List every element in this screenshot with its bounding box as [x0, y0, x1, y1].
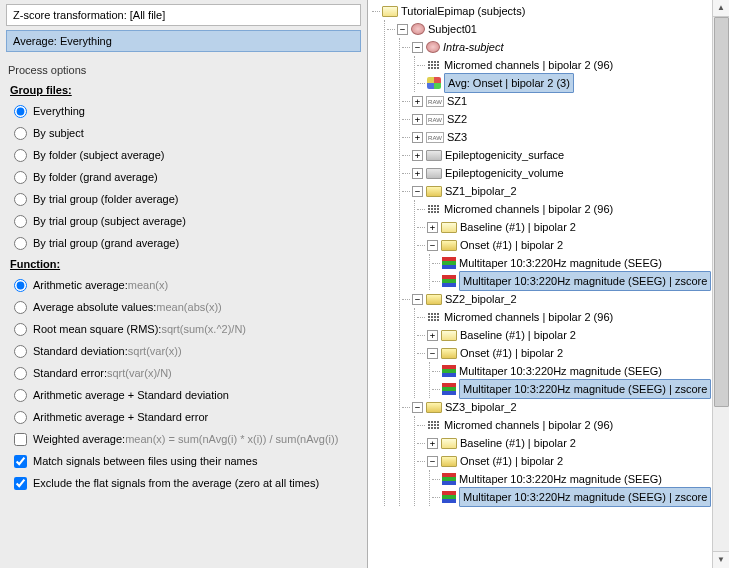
collapse-icon[interactable]: −	[427, 240, 438, 251]
expand-icon[interactable]: +	[412, 168, 423, 179]
left-panel: Z-score transformation: [All file] Avera…	[0, 0, 368, 568]
collapse-icon[interactable]: −	[427, 456, 438, 467]
radio-by-trial-grand-avg[interactable]: By trial group (grand average)	[10, 232, 357, 254]
tree-micromed[interactable]: Micromed channels | bipolar 2 (96)	[417, 416, 729, 434]
options-area: Group files: Everything By subject By fo…	[0, 76, 367, 498]
radio-by-folder-grand-avg-input[interactable]	[14, 171, 27, 184]
expand-icon[interactable]: +	[427, 330, 438, 341]
radio-everything-input[interactable]	[14, 105, 27, 118]
radio-by-subject-input[interactable]	[14, 127, 27, 140]
collapse-icon[interactable]: −	[412, 42, 423, 53]
tree-baseline[interactable]: +Baseline (#1) | bipolar 2	[417, 218, 729, 236]
top-process-list: Z-score transformation: [All file] Avera…	[0, 0, 367, 60]
scroll-up-icon[interactable]: ▲	[713, 0, 729, 17]
tree-onset[interactable]: −Onset (#1) | bipolar 2	[417, 236, 729, 254]
scroll-thumb[interactable]	[714, 17, 729, 407]
expand-icon[interactable]: +	[427, 222, 438, 233]
expand-icon[interactable]: +	[412, 114, 423, 125]
tree-panel: TutorialEpimap (subjects) −Subject01 −In…	[368, 0, 729, 568]
channels-icon	[427, 60, 441, 71]
radio-everything[interactable]: Everything	[10, 100, 357, 122]
radio-mean-std-input[interactable]	[14, 389, 27, 402]
check-weighted[interactable]: Weighted average: mean(x) = sum(nAvg(i) …	[10, 428, 357, 450]
radio-by-folder-grand-avg[interactable]: By folder (grand average)	[10, 166, 357, 188]
radio-by-trial-subject-avg-input[interactable]	[14, 215, 27, 228]
tree-onset[interactable]: −Onset (#1) | bipolar 2	[417, 344, 729, 362]
radio-by-trial-folder-avg-input[interactable]	[14, 193, 27, 206]
radio-avg-abs[interactable]: Average absolute values: mean(abs(x))	[10, 296, 357, 318]
timefreq-icon	[442, 473, 456, 485]
radio-rms-input[interactable]	[14, 323, 27, 336]
tree-subject[interactable]: −Subject01	[387, 20, 729, 38]
tree-mtmag[interactable]: Multitaper 10:3:220Hz magnitude (SEEG)	[432, 254, 729, 272]
scroll-down-icon[interactable]: ▼	[713, 551, 729, 568]
subjects-tree[interactable]: TutorialEpimap (subjects) −Subject01 −In…	[368, 0, 729, 506]
vertical-scrollbar[interactable]: ▲ ▼	[712, 0, 729, 568]
tree-sz1[interactable]: +RAWSZ1	[402, 92, 729, 110]
check-match-input[interactable]	[14, 455, 27, 468]
collapse-icon[interactable]: −	[427, 348, 438, 359]
raw-icon: RAW	[426, 132, 444, 143]
check-match[interactable]: Match signals between files using their …	[10, 450, 357, 472]
tree-micromed[interactable]: Micromed channels | bipolar 2 (96)	[417, 200, 729, 218]
timefreq-icon	[442, 365, 456, 377]
radio-by-trial-folder-avg[interactable]: By trial group (folder average)	[10, 188, 357, 210]
tree-mtmag[interactable]: Multitaper 10:3:220Hz magnitude (SEEG)	[432, 470, 729, 488]
radio-mean-se[interactable]: Arithmetic average + Standard error	[10, 406, 357, 428]
folder-icon	[441, 222, 457, 233]
radio-mean-se-input[interactable]	[14, 411, 27, 424]
radio-std[interactable]: Standard deviation: sqrt(var(x))	[10, 340, 357, 362]
tree-onset[interactable]: −Onset (#1) | bipolar 2	[417, 452, 729, 470]
tree-sz2b[interactable]: −SZ2_bipolar_2	[402, 290, 729, 308]
check-weighted-input[interactable]	[14, 433, 27, 446]
radio-std-input[interactable]	[14, 345, 27, 358]
collapse-icon[interactable]: −	[412, 402, 423, 413]
tree-baseline[interactable]: +Baseline (#1) | bipolar 2	[417, 326, 729, 344]
tree-sz2[interactable]: +RAWSZ2	[402, 110, 729, 128]
tree-epi-volume[interactable]: +Epileptogenicity_volume	[402, 164, 729, 182]
folder-icon	[441, 330, 457, 341]
radio-mean-std[interactable]: Arithmetic average + Standard deviation	[10, 384, 357, 406]
radio-arith-mean-input[interactable]	[14, 279, 27, 292]
tree-intra[interactable]: −Intra-subject	[402, 38, 729, 56]
process-zscore[interactable]: Z-score transformation: [All file]	[6, 4, 361, 26]
folder-icon	[441, 438, 457, 449]
tree-sz3b[interactable]: −SZ3_bipolar_2	[402, 398, 729, 416]
tree-avg-onset[interactable]: Avg: Onset | bipolar 2 (3)	[417, 74, 729, 92]
expand-icon[interactable]: +	[412, 96, 423, 107]
tree-sz3[interactable]: +RAWSZ3	[402, 128, 729, 146]
folder-icon	[426, 150, 442, 161]
radio-avg-abs-input[interactable]	[14, 301, 27, 314]
timefreq-icon	[442, 257, 456, 269]
tree-micromed[interactable]: Micromed channels | bipolar 2 (96)	[417, 56, 729, 74]
tree-sz1b[interactable]: −SZ1_bipolar_2	[402, 182, 729, 200]
process-average[interactable]: Average: Everything	[6, 30, 361, 52]
tree-mtz[interactable]: Multitaper 10:3:220Hz magnitude (SEEG) |…	[432, 488, 729, 506]
expand-icon[interactable]: +	[412, 150, 423, 161]
radio-by-trial-subject-avg[interactable]: By trial group (subject average)	[10, 210, 357, 232]
collapse-icon[interactable]: −	[412, 294, 423, 305]
check-exclude-flat-input[interactable]	[14, 477, 27, 490]
tree-micromed[interactable]: Micromed channels | bipolar 2 (96)	[417, 308, 729, 326]
tree-baseline[interactable]: +Baseline (#1) | bipolar 2	[417, 434, 729, 452]
radio-by-subject[interactable]: By subject	[10, 122, 357, 144]
radio-by-folder-subject-avg[interactable]: By folder (subject average)	[10, 144, 357, 166]
radio-by-folder-subject-avg-input[interactable]	[14, 149, 27, 162]
collapse-icon[interactable]: −	[397, 24, 408, 35]
collapse-icon[interactable]: −	[412, 186, 423, 197]
radio-rms[interactable]: Root mean square (RMS): sqrt(sum(x.^2)/N…	[10, 318, 357, 340]
tree-root[interactable]: TutorialEpimap (subjects)	[372, 2, 729, 20]
tree-mtz[interactable]: Multitaper 10:3:220Hz magnitude (SEEG) |…	[432, 272, 729, 290]
tree-mtz[interactable]: Multitaper 10:3:220Hz magnitude (SEEG) |…	[432, 380, 729, 398]
tree-mtmag[interactable]: Multitaper 10:3:220Hz magnitude (SEEG)	[432, 362, 729, 380]
channels-icon	[427, 312, 441, 323]
radio-se[interactable]: Standard error: sqrt(var(x)/N)	[10, 362, 357, 384]
check-exclude-flat[interactable]: Exclude the flat signals from the averag…	[10, 472, 357, 494]
expand-icon[interactable]: +	[412, 132, 423, 143]
group-files-head: Group files:	[10, 84, 357, 96]
radio-arith-mean[interactable]: Arithmetic average: mean(x)	[10, 274, 357, 296]
radio-se-input[interactable]	[14, 367, 27, 380]
tree-epi-surface[interactable]: +Epileptogenicity_surface	[402, 146, 729, 164]
expand-icon[interactable]: +	[427, 438, 438, 449]
radio-by-trial-grand-avg-input[interactable]	[14, 237, 27, 250]
